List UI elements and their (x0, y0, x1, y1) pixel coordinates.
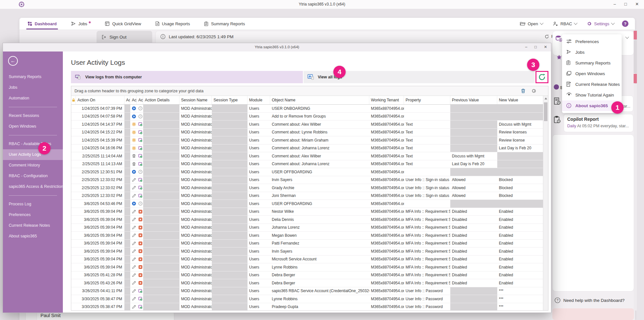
chevron-down-icon[interactable] (625, 35, 629, 39)
tab-dashboard[interactable]: Dashboard (28, 18, 57, 29)
column-header-ac-[interactable]: Ac... (130, 96, 137, 104)
cell-action-on: 3/6/2025 05:39:04 PM (76, 263, 124, 271)
sidebar-item-about-sapio365[interactable]: About sapio365 (3, 231, 63, 242)
table-row[interactable]: 3/6/2025 05:39:04 PMLEMOD AdministratorU… (71, 240, 548, 248)
sidebar-item-preferences[interactable]: Preferences (3, 210, 63, 220)
sidebar-item-summary-reports[interactable]: Summary Reports (3, 72, 63, 82)
sidebar-item-comment-history[interactable]: Comment History (3, 160, 63, 171)
close-icon[interactable]: ✕ (635, 2, 639, 6)
menu-item-jobs[interactable]: Jobs (562, 47, 622, 58)
sidebar-item-jobs[interactable]: Jobs (3, 82, 63, 93)
table-row[interactable]: 3/6/2025 04:53:46 PMR?NMOD Administrator… (71, 200, 548, 208)
error-icon (138, 249, 143, 253)
settings-menu-button[interactable]: Settings (587, 21, 614, 26)
menu-item-preferences[interactable]: Preferences (562, 36, 622, 47)
close-icon[interactable]: ✕ (544, 45, 547, 49)
tab-view-local-logs[interactable]: View logs from this computer (71, 71, 303, 83)
sidebar-item-open-windows[interactable]: Open Windows (3, 121, 63, 132)
row-marker (71, 263, 76, 271)
menu-item-open-windows[interactable]: Open Windows (562, 68, 622, 79)
grid-settings-gear-icon[interactable] (531, 88, 536, 94)
table-row[interactable]: 2/25/2025 12:33:02 PMLSMOD Administrator… (71, 192, 548, 200)
sidebar-item-process-log[interactable]: Process Log (3, 199, 63, 210)
vertical-scrollbar[interactable] (543, 96, 548, 310)
column-header-working-tenant[interactable]: Working Tenant (369, 96, 404, 104)
rbac-menu-button[interactable]: RBAC (553, 21, 577, 26)
column-header-object-name[interactable]: Object Name (270, 96, 369, 104)
cell-session-name: MOD Administrator (179, 303, 212, 311)
column-header-session-type[interactable]: Session Type (212, 96, 247, 104)
table-row[interactable]: 2/25/2025 11:14:13 AMDSMOD Administrator… (71, 160, 548, 168)
sidebar-item-current-release-notes[interactable]: Current Release Notes (3, 220, 63, 231)
table-row[interactable]: 2/25/2025 12:30:51 PMR?NMOD Administrato… (71, 168, 548, 176)
sidebar-item-automation[interactable]: Automation (3, 93, 63, 104)
column-header-new-value[interactable]: New Value (497, 96, 544, 104)
sidebar-item-recent-sessions[interactable]: Recent Sessions (3, 110, 63, 121)
copilot-report-card[interactable]: Copilot Report Daily At 05:02 PM everyda… (564, 114, 633, 132)
scrollbar-thumb[interactable] (544, 102, 547, 121)
maximize-icon[interactable]: □ (624, 2, 627, 6)
cell-action-type: L (130, 271, 137, 279)
cell-session-type-redacted (212, 192, 247, 200)
table-row[interactable]: 1/24/2025 04:07:39 PMR?NMOD Administrato… (71, 105, 548, 113)
need-help-link[interactable]: ? Need help with the Dashboard? (555, 297, 625, 303)
table-row[interactable]: 1/24/2025 04:16:06 PMCSMOD Administrator… (71, 144, 548, 153)
menu-item-show-tutorial-again[interactable]: Show Tutorial Again (562, 90, 622, 100)
cell-action-details-redacted (143, 271, 179, 279)
table-row[interactable]: 1/24/2025 04:14:37 PMCSMOD Administrator… (71, 120, 548, 129)
cell-working-tenant: M365x88704954.onm (369, 184, 404, 192)
column-header-session-name[interactable]: Session Name (179, 96, 212, 104)
column-header-ac-[interactable]: Ac... (137, 96, 143, 104)
open-menu-button[interactable]: Open (520, 21, 543, 26)
table-row[interactable]: 3/6/2025 05:39:04 PMLEMOD AdministratorU… (71, 263, 548, 271)
help-button[interactable]: ? (622, 20, 628, 27)
menu-item-current-release-notes[interactable]: Current Release Notes (562, 79, 622, 90)
table-row[interactable]: 3/6/2025 05:39:04 PMLEMOD AdministratorU… (71, 232, 548, 240)
table-row[interactable]: 3/6/2025 05:41:28 PMLEMOD AdministratorU… (71, 271, 548, 280)
table-row[interactable]: 3/6/2025 05:39:04 PMLEMOD AdministratorU… (71, 256, 548, 264)
cell-new-value: Enabled (497, 224, 544, 232)
sidebar-item-sapio365-access-restrictions[interactable]: sapio365 Access & Restrictions (3, 181, 63, 192)
table-row[interactable]: 2/25/2025 11:14:04 AMDSMOD Administrator… (71, 152, 548, 160)
minimize-icon[interactable]: – (614, 2, 616, 6)
tab-quick-gridview[interactable]: Quick GridView (105, 18, 141, 29)
sign-out-button[interactable]: Sign Out (97, 31, 152, 43)
delete-rows-icon[interactable] (521, 88, 526, 94)
cell-previous-value (450, 303, 497, 311)
minimize-icon[interactable]: – (525, 45, 527, 49)
help-action-button[interactable] (552, 308, 634, 320)
table-row[interactable]: 1/24/2025 04:15:22 PMCSMOD Administrator… (71, 129, 548, 137)
refresh-logs-button[interactable] (535, 71, 548, 83)
tab-jobs[interactable]: Jobs (71, 18, 91, 29)
scroll-up-icon[interactable] (545, 97, 547, 99)
grouping-zone[interactable]: Drag a column header to this grouping zo… (71, 86, 548, 96)
table-row[interactable]: 3/6/2025 05:43:26 PMLEMOD AdministratorU… (71, 279, 548, 287)
maximize-icon[interactable]: □ (535, 45, 537, 49)
menu-item-summary-reports[interactable]: Summary Reports (562, 58, 622, 68)
column-header-previous-value[interactable]: Previous Value (450, 96, 497, 104)
table-row[interactable]: 3/6/2025 05:39:04 PMLEMOD AdministratorU… (71, 247, 548, 256)
column-header-action-details[interactable]: Action Details (143, 96, 179, 104)
table-row[interactable]: 3/6/2025 05:39:04 PMLEMOD AdministratorU… (71, 216, 548, 224)
cell-session-name: MOD Administrator (179, 200, 212, 208)
column-header-action-on[interactable]: Action On (76, 96, 124, 104)
table-row[interactable]: 3/30/2025 05:38:47 PMLSMOD Administrator… (71, 295, 548, 303)
table-row[interactable]: 2/25/2025 12:33:02 PMLSMOD Administrator… (71, 184, 548, 192)
tab-summary-reports[interactable]: Summary Reports (204, 18, 245, 29)
cell-object-name: Comment about: Johanna Lorenz (270, 144, 369, 152)
sidebar-item-user-activity-logs[interactable]: User Activity Logs (3, 149, 63, 160)
table-row[interactable]: 2/25/2025 12:33:02 PMLSMOD Administrator… (71, 176, 548, 184)
table-row[interactable]: 3/6/2025 05:39:04 PMLEMOD AdministratorU… (71, 224, 548, 232)
back-button[interactable]: ← (8, 56, 18, 66)
sidebar-item-rbac-available-roles[interactable]: RBAC - Available Roles (3, 139, 63, 149)
column-header-ac-[interactable]: Ac... (124, 96, 130, 104)
column-header-module[interactable]: Module (247, 96, 270, 104)
table-row[interactable]: 1/24/2025 04:07:58 PMR?NMOD Administrato… (71, 113, 548, 121)
table-row[interactable]: 3/26/2025 04:41:11 PMLSMOD Administrator… (71, 287, 548, 295)
table-row[interactable]: 3/30/2025 05:38:47 PMLSMOD Administrator… (71, 303, 548, 311)
column-header-property[interactable]: Property (404, 96, 450, 104)
table-row[interactable]: 1/24/2025 04:15:39 PMCSMOD Administrator… (71, 136, 548, 144)
table-row[interactable]: 3/6/2025 05:39:04 PMLEMOD AdministratorU… (71, 208, 548, 216)
tab-usage-reports[interactable]: Usage Reports (155, 18, 190, 29)
sidebar-item-rbac-configuration[interactable]: RBAC - Configuration (3, 171, 63, 181)
